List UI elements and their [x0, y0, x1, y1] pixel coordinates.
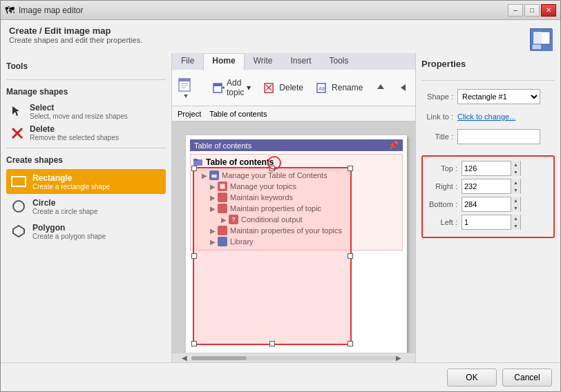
- doc-pin-icon: 📌: [389, 141, 399, 150]
- minimize-button[interactable]: –: [508, 4, 523, 17]
- link-value[interactable]: Click to change...: [457, 112, 515, 121]
- right-input[interactable]: [462, 179, 511, 193]
- select-tool-name: Select: [30, 103, 128, 112]
- breadcrumb-project: Project: [178, 110, 201, 118]
- svg-rect-16: [213, 84, 222, 86]
- canvas-area[interactable]: Table of contents 📌 Table of contents: [172, 121, 415, 353]
- polygon-tool[interactable]: Polygon Create a polygon shape: [6, 219, 166, 244]
- properties-title: Properties: [421, 59, 555, 69]
- polygon-icon: [9, 222, 28, 241]
- select-tool[interactable]: Select Select, move and resize shapes: [6, 101, 166, 122]
- left-spin-up[interactable]: ▲: [511, 215, 520, 222]
- top-label: Top :: [428, 164, 462, 173]
- left-label: Left :: [428, 218, 462, 226]
- svg-rect-41: [211, 173, 217, 175]
- rename-button[interactable]: AB Rename: [311, 78, 368, 97]
- bottom-spin-down[interactable]: ▼: [511, 204, 520, 212]
- svg-rect-3: [532, 44, 542, 50]
- toc-item-text-0: Manage your Table of Contents: [222, 171, 327, 179]
- scroll-left-btn[interactable]: ◀: [182, 354, 191, 362]
- toc-item-4: ▶ ? Conditional output: [193, 214, 399, 225]
- svg-text:AB: AB: [318, 86, 326, 92]
- toc-item-text-4: Conditional output: [241, 215, 303, 224]
- main-window: 🗺 Image map editor – □ ✕ Create / Edit i…: [0, 0, 561, 392]
- horizontal-scrollbar[interactable]: ◀ ▶: [172, 353, 415, 362]
- ribbon: File Home Write Insert Tools: [172, 53, 415, 121]
- right-label: Right :: [428, 182, 462, 190]
- header-heading: Create / Edit image map: [9, 26, 142, 36]
- tab-file[interactable]: File: [172, 53, 203, 70]
- add-topic-button[interactable]: Add topic ▾: [208, 75, 256, 100]
- title-bar: 🗺 Image map editor – □ ✕: [1, 1, 560, 20]
- handle-bl: [191, 341, 197, 346]
- bottom-spinners: ▲ ▼: [511, 197, 520, 212]
- circle-tool[interactable]: Circle Create a circle shape: [6, 194, 166, 219]
- svg-marker-24: [377, 84, 384, 89]
- close-button[interactable]: ✕: [541, 4, 556, 17]
- window-title: Image map editor: [19, 6, 83, 15]
- right-coord-row: Right : ▲ ▼: [428, 179, 548, 194]
- toc-item-0: ▶ Manage your Table of Contents: [193, 170, 399, 181]
- doc-title-bar: Table of contents 📌: [190, 139, 403, 151]
- scroll-track: [191, 356, 396, 360]
- toc-icon-1: [218, 182, 227, 191]
- top-input[interactable]: [462, 161, 511, 175]
- add-topic-arrow: ▾: [247, 83, 251, 92]
- bottom-input-wrap: ▲ ▼: [462, 197, 521, 212]
- title-input[interactable]: [457, 129, 540, 144]
- bottom-input[interactable]: [462, 197, 511, 211]
- tab-insert[interactable]: Insert: [281, 53, 320, 70]
- toc-item-5: ▶ Maintain properties of your topics: [193, 225, 399, 236]
- tab-tools[interactable]: Tools: [320, 53, 357, 70]
- rectangle-tool[interactable]: Rectangle Create a rectangle shape: [6, 169, 166, 194]
- select-icon: [9, 104, 26, 120]
- nav-up-button[interactable]: [370, 79, 391, 96]
- add-topic-icon: [213, 81, 225, 95]
- create-shapes-title: Create shapes: [6, 155, 166, 165]
- left-spin-down[interactable]: ▼: [511, 222, 520, 230]
- tab-write[interactable]: Write: [245, 53, 282, 70]
- cancel-button[interactable]: Cancel: [502, 369, 552, 386]
- handle-ml: [191, 253, 197, 259]
- nav-left-button[interactable]: [394, 79, 415, 96]
- circle-icon: [9, 197, 28, 216]
- rename-icon: AB: [316, 81, 330, 95]
- delete-tool[interactable]: Delete Remove the selected shapes: [6, 122, 166, 144]
- right-spin-down[interactable]: ▼: [511, 186, 520, 194]
- document-container: Table of contents 📌 Table of contents: [186, 135, 407, 353]
- top-coord-row: Top : ▲ ▼: [428, 161, 548, 176]
- svg-marker-9: [13, 226, 24, 237]
- bottom-spin-up[interactable]: ▲: [511, 197, 520, 204]
- polygon-tool-desc: Create a polygon shape: [32, 233, 106, 240]
- scroll-thumb[interactable]: [191, 356, 247, 360]
- rectangle-tool-desc: Create a rectangle shape: [32, 183, 110, 190]
- scroll-right-btn[interactable]: ▶: [396, 354, 406, 362]
- toc-item-text-1: Manage your topics: [230, 182, 296, 190]
- toc-header-label: Table of contents: [206, 157, 274, 167]
- bottom-label: Bottom :: [428, 200, 462, 208]
- toc-icon-3: [218, 204, 227, 213]
- divider-right: [421, 80, 555, 81]
- maximize-button[interactable]: □: [524, 4, 540, 17]
- handle-mr: [348, 253, 353, 259]
- toc-item-3: ▶ Maintain properties of topic: [193, 203, 399, 214]
- bottom-coord-row: Bottom : ▲ ▼: [428, 197, 548, 212]
- left-input[interactable]: [462, 215, 511, 229]
- svg-marker-4: [12, 106, 19, 116]
- tab-home[interactable]: Home: [203, 53, 244, 70]
- link-label: Link to :: [421, 112, 457, 121]
- doc-title: Table of contents: [194, 141, 251, 150]
- top-spin-down[interactable]: ▼: [511, 168, 520, 176]
- toc-item-text-2: Maintain keywords: [230, 193, 293, 202]
- toc-item-1: ▶ Manage your topics: [193, 181, 399, 192]
- left-input-wrap: ▲ ▼: [462, 215, 521, 230]
- delete-ribbon-icon: [263, 81, 277, 95]
- top-spinners: ▲ ▼: [511, 161, 520, 176]
- right-spin-up[interactable]: ▲: [511, 179, 520, 186]
- ok-button[interactable]: OK: [447, 369, 497, 386]
- circle-tool-name: Circle: [32, 198, 98, 208]
- rename-label: Rename: [332, 83, 363, 92]
- shape-select[interactable]: Rectangle #1: [457, 89, 540, 104]
- top-spin-up[interactable]: ▲: [511, 161, 520, 168]
- delete-ribbon-button[interactable]: Delete: [258, 78, 308, 97]
